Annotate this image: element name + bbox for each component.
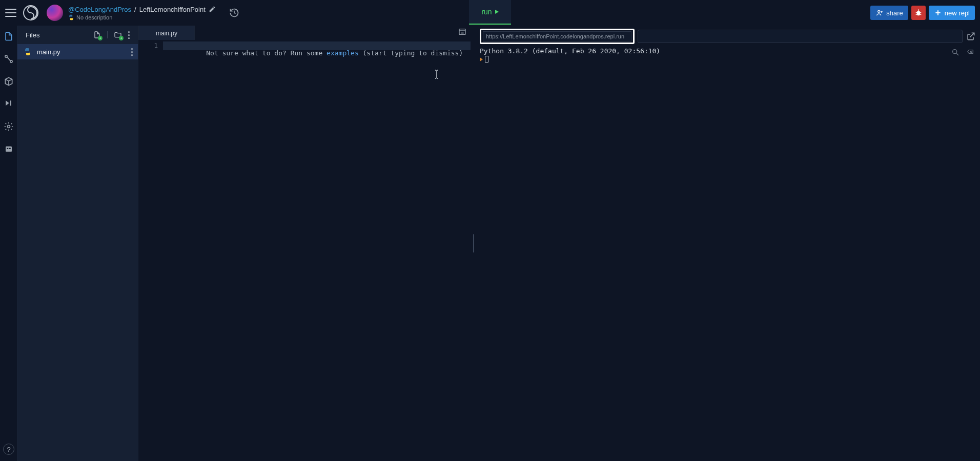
edit-pencil-icon[interactable] [209, 6, 216, 13]
play-icon [495, 10, 499, 14]
python-file-icon [24, 48, 32, 56]
url-row [477, 26, 980, 45]
files-panel-title: Files [26, 31, 39, 39]
text-cursor-icon [434, 70, 439, 79]
debug-button[interactable] [911, 6, 926, 20]
file-item-more-icon[interactable] [131, 48, 133, 56]
user-avatar[interactable] [47, 5, 63, 21]
prompt-arrow-icon [480, 57, 483, 61]
svg-rect-17 [6, 146, 12, 152]
tab-main-py[interactable]: main.py [138, 26, 195, 40]
repl-title-block: @CodeLongAndPros / LeftLemonchiffonPoint… [68, 6, 216, 20]
new-repl-label: new repl [945, 9, 970, 17]
svg-point-4 [917, 11, 921, 15]
console-search-icon[interactable] [951, 48, 959, 56]
file-item-label: main.py [37, 48, 60, 56]
user-link[interactable]: @CodeLongAndPros [68, 6, 131, 13]
debugger-rail-icon[interactable] [3, 98, 14, 110]
help-button[interactable]: ? [3, 444, 14, 455]
svg-marker-14 [6, 100, 9, 106]
console-pane: Python 3.8.2 (default, Feb 26 2020, 02:5… [477, 26, 980, 461]
new-folder-icon[interactable]: + [114, 31, 122, 39]
separator [107, 31, 108, 38]
run-button[interactable]: run [469, 0, 511, 25]
svg-rect-18 [7, 148, 8, 149]
line-gutter: 1 [138, 40, 163, 461]
files-panel-header: Files + + [17, 26, 138, 44]
svg-rect-19 [9, 148, 10, 149]
run-label: run [481, 8, 492, 16]
hamburger-menu-icon[interactable] [5, 7, 17, 19]
share-label: share [886, 9, 903, 17]
new-repl-button[interactable]: new repl [929, 6, 975, 20]
url-bar-extension[interactable] [638, 30, 963, 43]
svg-line-9 [920, 14, 922, 15]
new-file-icon[interactable]: + [93, 31, 101, 39]
code-editor[interactable]: 1 Not sure what to do? Run some examples… [138, 40, 471, 461]
database-rail-icon[interactable] [3, 143, 14, 155]
console-caret [485, 56, 488, 62]
console-version-line: Python 3.8.2 (default, Feb 26 2020, 02:5… [480, 47, 975, 55]
examples-link[interactable]: examples [326, 49, 359, 57]
share-button[interactable]: share [870, 6, 908, 20]
title-slash: / [134, 6, 136, 13]
layout-toggle-icon[interactable] [458, 28, 466, 36]
placeholder-text-before: Not sure what to do? Run some [206, 49, 326, 57]
files-panel: Files + + main.p [17, 26, 138, 461]
bug-icon [914, 9, 923, 17]
svg-point-24 [953, 50, 957, 54]
svg-line-25 [956, 53, 958, 55]
editor-area: main.py 1 Not sure what to do? Run some … [138, 26, 471, 461]
plus-icon [934, 9, 942, 17]
line-number: 1 [138, 41, 158, 49]
svg-point-1 [878, 10, 880, 12]
left-rail: ? [0, 26, 17, 461]
svg-line-8 [916, 14, 917, 15]
share-person-icon [875, 9, 884, 17]
file-list: main.py [17, 44, 138, 461]
repl-name: LeftLemonchiffonPoint [139, 6, 206, 13]
console-terminal[interactable]: Python 3.8.2 (default, Feb 26 2020, 02:5… [477, 45, 980, 461]
panel-splitter[interactable] [471, 26, 477, 461]
repl-description: No description [76, 14, 112, 20]
repl-url-input[interactable] [483, 31, 631, 41]
highlighted-url-box [480, 29, 635, 44]
packages-rail-icon[interactable] [3, 76, 14, 87]
console-clear-icon[interactable] [966, 48, 974, 56]
files-more-icon[interactable] [128, 31, 130, 39]
console-prompt-line [480, 55, 975, 62]
svg-point-13 [10, 60, 12, 62]
version-control-rail-icon[interactable] [3, 53, 14, 65]
open-external-icon[interactable] [966, 31, 976, 41]
settings-rail-icon[interactable] [3, 121, 14, 132]
placeholder-text-after: (start typing to dismiss) [359, 49, 463, 57]
tab-bar: main.py [138, 26, 471, 40]
top-header: @CodeLongAndPros / LeftLemonchiffonPoint… [0, 0, 980, 26]
history-icon[interactable] [225, 4, 243, 22]
main-area: ? Files + + [0, 26, 980, 461]
svg-point-16 [7, 125, 10, 128]
svg-rect-15 [10, 100, 11, 106]
svg-point-12 [5, 55, 7, 57]
python-badge-icon [68, 14, 74, 20]
replit-logo-icon[interactable] [23, 5, 39, 21]
file-item-main-py[interactable]: main.py [17, 44, 138, 59]
files-rail-icon[interactable] [3, 31, 14, 42]
